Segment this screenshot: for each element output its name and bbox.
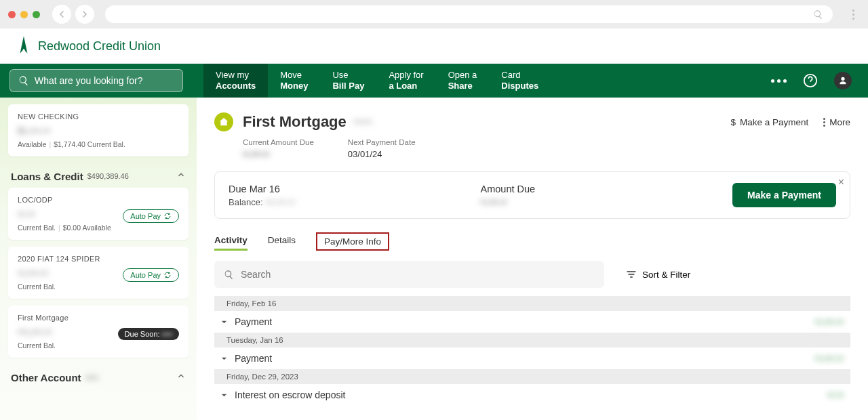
- due-soon-badge: Due Soon:••••: [118, 328, 179, 340]
- search-icon: [224, 270, 234, 280]
- browser-forward-button[interactable]: [75, 5, 94, 24]
- account-card-loan[interactable]: 2020 FIAT 124 SPIDER••,•••.••Auto PayCur…: [8, 247, 189, 299]
- nav-item-money[interactable]: MoveMoney: [268, 64, 320, 98]
- main-content: First Mortgage ••••• $ Make a Payment Mo…: [197, 98, 868, 420]
- minimize-window-icon[interactable]: [20, 11, 28, 18]
- transaction-amount: ••,•••.••: [815, 316, 844, 327]
- transaction-search[interactable]: [214, 261, 604, 288]
- due-date: Due Mar 16: [229, 184, 481, 194]
- transaction-amount: ••.••: [828, 390, 844, 400]
- nav-item-bill-pay[interactable]: UseBill Pay: [320, 64, 376, 98]
- make-payment-link[interactable]: $ Make a Payment: [730, 117, 808, 127]
- account-name: 2020 FIAT 124 SPIDER: [18, 255, 179, 263]
- tab-pay-more-info[interactable]: Pay/More Info: [316, 232, 389, 251]
- summary-col: Current Amount Due••,•••.••: [243, 138, 314, 159]
- transaction-date-header: Friday, Dec 29, 2023: [214, 369, 850, 384]
- section-title: Loans & Credit: [11, 171, 83, 182]
- summary-col: Next Payment Date03/01/24: [348, 138, 416, 159]
- window-controls: [8, 11, 40, 18]
- tab-details[interactable]: Details: [268, 232, 296, 251]
- vertical-dots-icon: [823, 118, 825, 127]
- amount-due-label: Amount Due: [481, 184, 733, 194]
- page-title: First Mortgage: [243, 113, 347, 131]
- search-icon: [813, 9, 823, 20]
- make-payment-button[interactable]: Make a Payment: [732, 183, 836, 207]
- autopay-button[interactable]: Auto Pay: [123, 209, 179, 223]
- section-total: •••••: [85, 373, 98, 381]
- transaction-description: Payment: [235, 316, 815, 327]
- close-icon[interactable]: ×: [838, 176, 844, 188]
- account-balance: $•,•••.••: [18, 125, 179, 136]
- nav-item-a-loan[interactable]: Apply fora Loan: [376, 64, 435, 98]
- section-title: Other Account: [11, 372, 81, 383]
- account-name: LOC/ODP: [18, 196, 179, 204]
- filter-icon: [626, 269, 637, 280]
- account-meta: Current Bal.: [18, 282, 179, 291]
- transaction-row[interactable]: Payment••,•••.••: [214, 348, 850, 369]
- more-label: More: [829, 117, 850, 127]
- section-total: $490,389.46: [87, 172, 129, 180]
- transaction-date-header: Friday, Feb 16: [214, 296, 850, 311]
- brand-logo[interactable]: Redwood Credit Union: [16, 35, 161, 57]
- house-icon: [214, 112, 233, 131]
- transaction-description: Payment: [235, 353, 815, 364]
- close-window-icon[interactable]: [8, 11, 16, 18]
- browser-chrome: [0, 0, 868, 28]
- nav-search[interactable]: What are you looking for?: [9, 69, 183, 92]
- transaction-row[interactable]: Interest on escrow deposit••.••: [214, 384, 850, 406]
- amount-due-value: ••,•••.••: [481, 197, 733, 207]
- transaction-date-header: Tuesday, Jan 16: [214, 333, 850, 348]
- account-balance: ••,•••.••: [18, 267, 48, 278]
- main-nav: What are you looking for? View myAccount…: [0, 64, 868, 98]
- nav-item-disputes[interactable]: CardDisputes: [489, 64, 551, 98]
- sidebar: NEW CHECKING $•,•••.•• Available|$1,774.…: [0, 98, 197, 420]
- section-loans-credit[interactable]: Loans & Credit $490,389.46: [8, 163, 189, 188]
- account-balance: •••,•••.••: [18, 326, 52, 337]
- maximize-window-icon[interactable]: [33, 11, 40, 18]
- help-icon[interactable]: [802, 72, 819, 89]
- nav-search-placeholder: What are you looking for?: [35, 75, 143, 86]
- page-title-number: •••••: [353, 116, 372, 128]
- avatar-icon[interactable]: [834, 72, 852, 89]
- make-payment-label: Make a Payment: [740, 117, 808, 127]
- account-card-loan[interactable]: First Mortgage•••,•••.••Due Soon:••••Cur…: [8, 306, 189, 358]
- dollar-icon: $: [730, 117, 736, 127]
- payment-due-box: × Due Mar 16 Balance: •••,•••.•• Amount …: [214, 171, 850, 219]
- caret-down-icon: [221, 353, 231, 364]
- brand-bar: Redwood Credit Union: [0, 28, 868, 64]
- balance-line: Balance: •••,•••.••: [229, 197, 481, 207]
- brand-name: Redwood Credit Union: [38, 39, 161, 54]
- account-card-checking[interactable]: NEW CHECKING $•,•••.•• Available|$1,774.…: [8, 104, 189, 156]
- more-menu[interactable]: More: [823, 117, 850, 127]
- browser-menu-icon[interactable]: [846, 9, 860, 20]
- transaction-description: Interest on escrow deposit: [235, 390, 828, 400]
- caret-down-icon: [221, 390, 231, 400]
- caret-down-icon: [221, 316, 231, 327]
- account-meta: Available|$1,774.40 Current Bal.: [18, 140, 179, 148]
- nav-more-icon[interactable]: [771, 79, 787, 83]
- url-bar[interactable]: [105, 5, 833, 23]
- account-card-loan[interactable]: LOC/ODP••.••Auto PayCurrent Bal.|$0.00 A…: [8, 188, 189, 240]
- chevron-up-icon: [176, 170, 186, 182]
- section-other-account[interactable]: Other Account •••••: [8, 364, 189, 389]
- account-name: First Mortgage: [18, 314, 179, 322]
- nav-item-accounts[interactable]: View myAccounts: [203, 64, 268, 98]
- account-meta: Current Bal.|$0.00 Available: [18, 224, 179, 232]
- sort-filter-button[interactable]: Sort & Filter: [626, 269, 690, 280]
- browser-back-button[interactable]: [52, 5, 71, 24]
- account-balance: ••.••: [18, 208, 35, 219]
- transaction-row[interactable]: Payment••,•••.••: [214, 311, 850, 333]
- account-name: NEW CHECKING: [18, 112, 179, 121]
- tab-activity[interactable]: Activity: [214, 232, 248, 251]
- sort-filter-label: Sort & Filter: [642, 270, 690, 280]
- autopay-button[interactable]: Auto Pay: [123, 268, 179, 282]
- nav-item-share[interactable]: Open aShare: [436, 64, 490, 98]
- search-input[interactable]: [241, 269, 595, 280]
- chevron-up-icon: [176, 371, 186, 383]
- transaction-amount: ••,•••.••: [815, 353, 844, 364]
- account-meta: Current Bal.: [18, 341, 179, 350]
